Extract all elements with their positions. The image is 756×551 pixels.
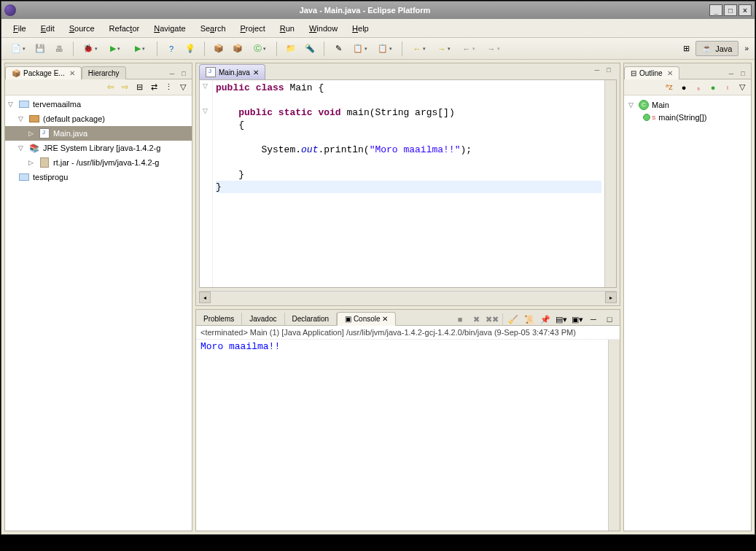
menu-refactor[interactable]: Refactor (104, 21, 146, 36)
titlebar[interactable]: Java - Main.java - Eclipse Platform _ □ … (1, 1, 755, 19)
close-tab-icon[interactable]: ✕ (253, 69, 259, 77)
maximize-view-icon[interactable]: □ (179, 69, 189, 79)
open-perspective-button[interactable]: ⊞ (678, 41, 694, 57)
run-ext-button[interactable]: ▶ (129, 41, 151, 57)
menu-window[interactable]: Window (303, 21, 343, 36)
forward-button[interactable]: → (433, 41, 455, 57)
up-button[interactable]: ← (458, 41, 480, 57)
pin-icon[interactable]: 📌 (539, 313, 551, 325)
type-button[interactable]: 📦 (230, 41, 246, 57)
tip-button[interactable]: 💡 (182, 41, 198, 57)
console-info: <terminated> Main (1) [Java Application]… (196, 326, 620, 340)
run-button[interactable]: ▶ (104, 41, 126, 57)
menu-file[interactable]: File (7, 21, 32, 36)
hide-fields-icon[interactable]: ● (678, 82, 690, 93)
hide-local-icon[interactable]: ₗ (722, 82, 733, 93)
highlight-button[interactable]: ✎ (330, 41, 346, 57)
jre-library-node[interactable]: ▽ 📚 JRE System Library [java-1.4.2-g (5, 141, 192, 155)
rtjar-node[interactable]: ▷ rt.jar - /usr/lib/jvm/java-1.4.2-g (5, 155, 192, 170)
open-type-button[interactable]: 📁 (283, 41, 299, 57)
back-button[interactable]: ← (408, 41, 430, 57)
close-icon[interactable]: ✕ (382, 315, 388, 323)
pkg-button[interactable]: 📦 (211, 41, 227, 57)
sort-icon[interactable]: ᵃz (663, 82, 675, 93)
debug-button[interactable]: 🐞 (79, 41, 101, 57)
close-icon[interactable]: ✕ (69, 69, 75, 77)
help-button2[interactable]: ? (163, 41, 179, 57)
collapse-all-icon[interactable]: ⊟ (133, 82, 145, 93)
console-output[interactable]: Moro maailma!! (196, 340, 620, 531)
menu-source[interactable]: Source (63, 21, 101, 36)
problems-tab[interactable]: Problems (196, 313, 242, 325)
javadoc-tab[interactable]: Javadoc (242, 313, 284, 325)
maximize-button[interactable]: □ (724, 4, 737, 16)
horizontal-scrollbar[interactable]: ◂ ▸ (199, 291, 617, 302)
annotation-button[interactable]: 📋 (349, 41, 371, 57)
display-icon[interactable]: ▤▾ (556, 313, 567, 325)
main-java-node[interactable]: ▷ Main.java (5, 126, 192, 141)
clear-icon[interactable]: 🧹 (507, 313, 519, 325)
menu-run[interactable]: Run (274, 21, 300, 36)
minimize-panel-icon[interactable]: ─ (588, 313, 599, 325)
forward-nav-icon[interactable]: ⇨ (119, 82, 130, 93)
outline-class-node[interactable]: ▽ C Main (624, 98, 751, 112)
package-explorer-tree: ▽ tervemaailma ▽ (default package) ▷ Mai… (5, 95, 192, 531)
maximize-panel-icon[interactable]: □ (604, 313, 615, 325)
hierarchy-tab[interactable]: Hierarchy (82, 66, 126, 79)
console-icon: ▣ (345, 315, 351, 323)
remove-icon[interactable]: ✖ (470, 313, 482, 325)
new-class-button[interactable]: Ⓒ (249, 41, 270, 57)
outline-tab[interactable]: ⊟ Outline ✕ (624, 66, 679, 79)
hide-static-icon[interactable]: ₛ (693, 82, 704, 93)
print-button[interactable]: 🖶 (51, 41, 67, 57)
bottom-panel: Problems Javadoc Declaration ▣ Console ✕… (195, 309, 620, 531)
scroll-lock-icon[interactable]: 📜 (523, 313, 535, 325)
remove-all-icon[interactable]: ✖✖ (486, 313, 498, 325)
menu-project[interactable]: Project (235, 21, 271, 36)
editor-gutter[interactable]: ▽ ▽ (200, 80, 213, 287)
testiprogu-node[interactable]: testiprogu (5, 170, 192, 184)
scroll-right-icon[interactable]: ▸ (605, 292, 617, 303)
filter-icon[interactable]: ⋮ (163, 82, 174, 93)
open-console-icon[interactable]: ▣▾ (572, 313, 583, 325)
minimize-button[interactable]: _ (709, 4, 722, 16)
editor-tab-main[interactable]: Main.java ✕ (199, 64, 265, 79)
maximize-view-icon[interactable]: □ (738, 69, 748, 79)
terminate-icon[interactable]: ■ (454, 313, 466, 325)
main-toolbar: 📄 💾 🖶 🐞 ▶ ▶ ? 💡 📦 📦 Ⓒ 📁 🔦 ✎ 📋 📋 ← → ← → … (1, 38, 755, 60)
close-button[interactable]: × (739, 4, 752, 16)
menu-icon[interactable]: ▽ (736, 82, 748, 93)
center-panel: Main.java ✕ ─ □ ▽ ▽ public class Main { (195, 63, 620, 531)
minimize-view-icon[interactable]: ─ (726, 69, 736, 79)
close-icon[interactable]: ✕ (667, 69, 673, 77)
folding-button[interactable]: 📋 (374, 41, 396, 57)
minimize-editor-icon[interactable]: ─ (592, 65, 602, 75)
project-node[interactable]: ▽ tervemaailma (5, 97, 192, 112)
link-editor-icon[interactable]: ⇄ (148, 82, 160, 93)
menu-navigate[interactable]: Navigate (148, 21, 191, 36)
hide-nonpublic-icon[interactable]: ● (707, 82, 719, 93)
declaration-tab[interactable]: Declaration (285, 313, 338, 325)
perspective-more[interactable]: » (744, 44, 749, 52)
search-button[interactable]: 🔦 (302, 41, 318, 57)
menu-edit[interactable]: Edit (35, 21, 61, 36)
java-perspective-button[interactable]: ☕ Java (695, 41, 739, 56)
scroll-left-icon[interactable]: ◂ (199, 292, 211, 303)
maximize-editor-icon[interactable]: □ (604, 65, 614, 75)
console-scrollbar[interactable] (608, 340, 620, 531)
package-explorer-tab[interactable]: 📦 Package E... ✕ (5, 66, 82, 79)
console-tab[interactable]: ▣ Console ✕ (337, 312, 396, 326)
down-button[interactable]: → (483, 41, 504, 57)
back-nav-icon[interactable]: ⇦ (104, 82, 116, 93)
code-editor[interactable]: ▽ ▽ public class Main { public static vo… (199, 79, 617, 288)
vertical-scrollbar[interactable] (604, 80, 616, 287)
minimize-view-icon[interactable]: ─ (167, 69, 177, 79)
new-button[interactable]: 📄 (7, 41, 29, 57)
menu-dropdown-icon[interactable]: ▽ (177, 82, 189, 93)
save-button[interactable]: 💾 (32, 41, 48, 57)
menu-help[interactable]: Help (346, 21, 375, 36)
code-area[interactable]: public class Main { public static void m… (213, 80, 604, 287)
outline-method-node[interactable]: S main(String[]) (624, 112, 751, 123)
menu-search[interactable]: Search (195, 21, 232, 36)
default-package-node[interactable]: ▽ (default package) (5, 112, 192, 126)
